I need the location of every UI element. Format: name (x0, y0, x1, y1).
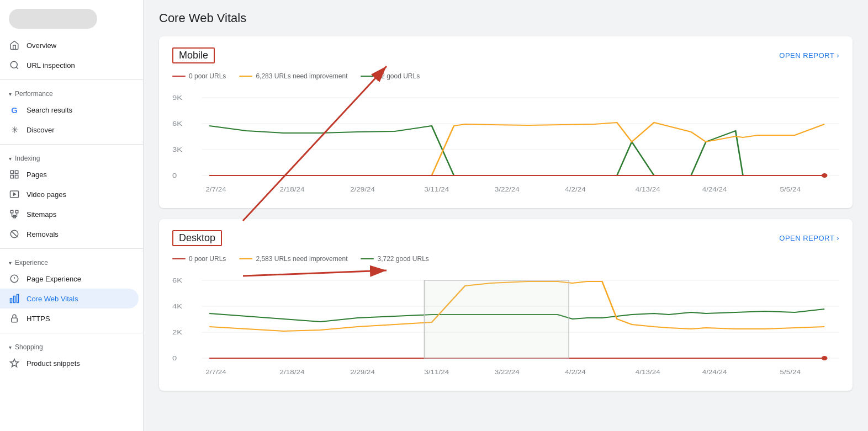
sidebar-label-video-pages: Video pages (27, 190, 66, 199)
svg-text:2K: 2K (172, 329, 182, 336)
desktop-legend: 0 poor URLs 2,583 URLs need improvement … (172, 255, 839, 263)
sidebar-item-overview[interactable]: Overview (0, 35, 139, 55)
svg-line-1 (16, 67, 18, 68)
svg-rect-21 (17, 295, 19, 303)
legend-line-poor (172, 76, 186, 77)
desktop-chart: 6K 4K 2K 0 2/7/24 2/18/24 2/29/24 3/11/2… (172, 269, 839, 380)
svg-text:2/18/24: 2/18/24 (280, 369, 305, 376)
svg-rect-64 (424, 280, 569, 358)
svg-rect-20 (14, 296, 15, 303)
sidebar-label-pages: Pages (27, 171, 47, 179)
desktop-chart-svg: 6K 4K 2K 0 2/7/24 2/18/24 2/29/24 3/11/2… (172, 269, 839, 380)
section-performance: ▾ Performance (0, 84, 143, 100)
svg-text:3/22/24: 3/22/24 (495, 369, 520, 376)
svg-text:2/29/24: 2/29/24 (350, 369, 375, 376)
svg-text:2/29/24: 2/29/24 (350, 187, 375, 193)
section-shopping: ▾ Shopping (0, 338, 143, 353)
sidebar-logo-area (0, 4, 143, 35)
video-icon (9, 189, 20, 200)
chevron-right-icon: › (837, 51, 839, 60)
google-icon: G (9, 104, 20, 115)
svg-rect-19 (10, 299, 12, 303)
desktop-card-header: Desktop OPEN REPORT › (172, 230, 839, 246)
svg-text:0: 0 (172, 355, 177, 362)
sidebar-label-core-web-vitals: Core Web Vitals (27, 295, 78, 303)
legend-line-poor-desktop (172, 258, 186, 259)
svg-text:4/2/24: 4/2/24 (565, 187, 586, 193)
sidebar-label-page-experience: Page Experience (27, 275, 81, 283)
sidebar-item-core-web-vitals[interactable]: Core Web Vitals (0, 289, 139, 308)
sidebar-item-page-experience[interactable]: Page Experience (0, 269, 139, 289)
sidebar-label-removals: Removals (27, 230, 59, 238)
core-web-vitals-icon (9, 293, 20, 304)
sitemaps-icon (9, 209, 20, 220)
sidebar-label-https: HTTPS (27, 315, 50, 323)
mobile-legend-good: 22 good URLs (361, 72, 420, 80)
svg-text:4/13/24: 4/13/24 (636, 187, 660, 193)
svg-text:3/22/24: 3/22/24 (495, 187, 520, 193)
chevron-down-icon-2: ▾ (9, 156, 12, 162)
sidebar-label-product-snippets: Product snippets (27, 359, 80, 368)
mobile-chart: 9K 6K 3K 0 2/7/24 2/18/24 2/29/24 3/11/2… (172, 87, 839, 197)
home-icon (9, 40, 20, 51)
sidebar-item-https[interactable]: HTTPS (0, 308, 139, 328)
svg-text:4/24/24: 4/24/24 (702, 369, 727, 376)
svg-rect-8 (15, 210, 18, 213)
search-icon (9, 60, 20, 71)
svg-rect-5 (15, 175, 18, 178)
chevron-down-icon: ▾ (9, 91, 12, 97)
svg-text:6K: 6K (172, 277, 182, 284)
divider-1 (0, 79, 143, 80)
svg-point-45 (822, 173, 828, 178)
sidebar-label-overview: Overview (27, 41, 56, 50)
desktop-card: Desktop OPEN REPORT › 0 poor URLs 2,583 … (159, 219, 853, 391)
main-content: Core Web Vitals Mobile OPEN REPORT › 0 p… (144, 0, 868, 431)
mobile-legend: 0 poor URLs 6,283 URLs need improvement … (172, 72, 839, 80)
legend-line-good (361, 76, 374, 77)
svg-text:9K: 9K (172, 94, 182, 102)
chevron-down-icon-4: ▾ (9, 344, 12, 350)
sidebar-item-removals[interactable]: Removals (0, 224, 139, 244)
svg-rect-2 (10, 171, 13, 173)
mobile-open-report-link[interactable]: OPEN REPORT › (779, 51, 839, 60)
sidebar-item-pages[interactable]: Pages (0, 164, 139, 184)
sidebar-item-sitemaps[interactable]: Sitemaps (0, 204, 139, 224)
page-title: Core Web Vitals (159, 11, 853, 25)
product-snippets-icon (9, 358, 20, 369)
svg-text:2/7/24: 2/7/24 (205, 187, 226, 193)
mobile-card-header: Mobile OPEN REPORT › (172, 47, 839, 63)
section-experience: ▾ Experience (0, 253, 143, 269)
svg-text:5/5/24: 5/5/24 (780, 187, 801, 193)
sidebar-item-discover[interactable]: ✳ Discover (0, 120, 139, 140)
desktop-legend-poor: 0 poor URLs (172, 255, 226, 263)
section-indexing: ▾ Indexing (0, 149, 143, 164)
desktop-legend-good: 3,722 good URLs (361, 255, 428, 263)
desktop-open-report-link[interactable]: OPEN REPORT › (779, 234, 839, 242)
removals-icon (9, 228, 20, 240)
mobile-card-title: Mobile (172, 47, 215, 63)
sidebar-item-url-inspection[interactable]: URL inspection (0, 55, 139, 75)
sidebar-item-product-snippets[interactable]: Product snippets (0, 353, 139, 373)
svg-text:4K: 4K (172, 303, 182, 310)
svg-marker-23 (10, 359, 19, 367)
svg-text:3/11/24: 3/11/24 (424, 187, 449, 193)
sidebar-item-video-pages[interactable]: Video pages (0, 184, 139, 204)
legend-line-improvement-desktop (239, 258, 252, 259)
discover-icon: ✳ (9, 124, 20, 135)
svg-rect-7 (10, 210, 13, 213)
logo-placeholder (9, 9, 97, 29)
svg-line-15 (11, 231, 17, 237)
chevron-down-icon-3: ▾ (9, 260, 12, 266)
svg-rect-3 (15, 171, 18, 173)
svg-rect-4 (10, 175, 13, 178)
sidebar-label-url-inspection: URL inspection (27, 61, 75, 70)
mobile-legend-improvement: 6,283 URLs need improvement (239, 72, 347, 80)
svg-text:4/24/24: 4/24/24 (702, 187, 727, 193)
svg-text:2/7/24: 2/7/24 (205, 369, 226, 376)
chevron-right-icon-2: › (837, 234, 839, 242)
desktop-legend-improvement: 2,583 URLs need improvement (239, 255, 347, 263)
svg-text:3/11/24: 3/11/24 (424, 369, 449, 376)
sidebar-item-search-results[interactable]: G Search results (0, 100, 139, 120)
svg-rect-22 (12, 318, 18, 322)
pages-icon (9, 169, 20, 180)
